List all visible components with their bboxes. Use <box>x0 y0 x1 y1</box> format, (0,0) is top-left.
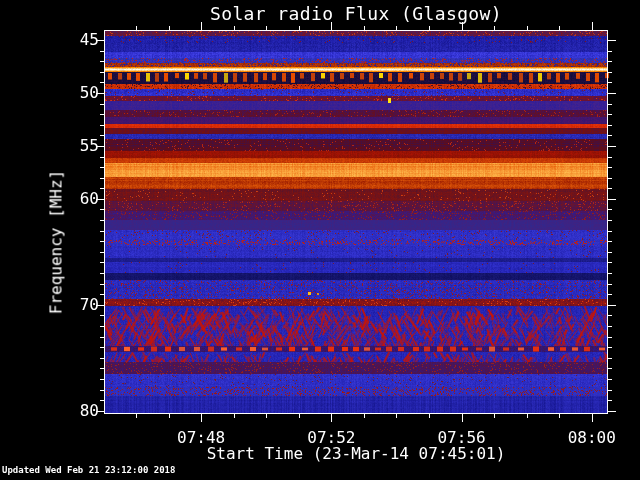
y-tick-label: 80 <box>58 402 99 420</box>
y-tick-label: 60 <box>58 190 99 208</box>
updated-timestamp: Updated Wed Feb 21 23:12:00 2018 <box>2 465 175 475</box>
spectrogram-page: { "page": { "background": "#000000", "te… <box>0 0 640 480</box>
y-tick-label: 50 <box>58 84 99 102</box>
y-tick-label: 45 <box>58 31 99 49</box>
x-tick-label: 08:00 <box>552 428 632 447</box>
x-axis-label: Start Time (23-Mar-14 07:45:01) <box>207 444 506 463</box>
y-tick-label: 70 <box>58 296 99 314</box>
y-tick-label: 55 <box>58 137 99 155</box>
chart-title: Solar radio Flux (Glasgow) <box>210 3 502 24</box>
